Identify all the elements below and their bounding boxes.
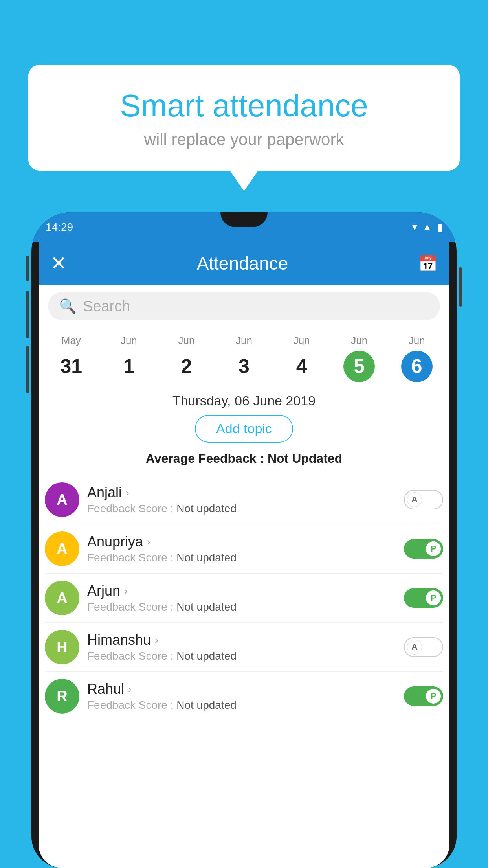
phone-frame: 14:29 ▾ ▲ ▮ ✕ Attendance 📅 🔍 Search May3… (31, 212, 457, 868)
calendar-day[interactable]: Jun3 (215, 335, 273, 382)
chevron-right-icon: › (128, 683, 132, 695)
cal-date-number: 3 (228, 351, 260, 382)
volume-down-button (26, 346, 29, 393)
calendar-day[interactable]: Jun4 (273, 335, 330, 382)
list-item: AAnjali ›Feedback Score : Not updatedA (45, 475, 443, 524)
attendance-toggle[interactable]: P (404, 539, 443, 559)
student-name[interactable]: Arjun › (87, 583, 396, 599)
notch (220, 212, 268, 227)
search-input[interactable]: Search (83, 298, 130, 315)
cal-month-label: Jun (330, 335, 388, 347)
cal-date-number: 6 (401, 351, 433, 382)
cal-month-label: Jun (273, 335, 330, 347)
calendar-day[interactable]: Jun6 (388, 335, 446, 382)
cal-month-label: Jun (100, 335, 158, 347)
attendance-toggle[interactable]: P (404, 588, 443, 608)
student-feedback: Feedback Score : Not updated (87, 601, 396, 613)
battery-icon: ▮ (437, 221, 442, 233)
list-item: AAnupriya ›Feedback Score : Not updatedP (45, 524, 443, 574)
feedback-value: Not updated (176, 650, 237, 662)
search-icon: 🔍 (59, 298, 77, 314)
toggle-off[interactable]: A (404, 490, 443, 509)
avatar: A (45, 531, 79, 566)
cal-month-label: Jun (158, 335, 215, 347)
cal-month-label: Jun (215, 335, 273, 347)
feedback-value: Not updated (176, 601, 237, 613)
toggle-knob: P (426, 541, 441, 556)
search-bar-container: 🔍 Search (39, 285, 449, 327)
app-bar-title: Attendance (67, 253, 418, 274)
toggle-on[interactable]: P (404, 686, 443, 706)
list-item: HHimanshu ›Feedback Score : Not updatedA (45, 623, 443, 672)
toggle-knob: A (407, 492, 422, 507)
status-icons: ▾ ▲ ▮ (412, 221, 442, 233)
avatar: H (45, 630, 79, 664)
status-bar: 14:29 ▾ ▲ ▮ (31, 212, 457, 242)
student-feedback: Feedback Score : Not updated (87, 699, 396, 712)
calendar-day[interactable]: May31 (42, 335, 100, 382)
student-info: Anjali ›Feedback Score : Not updated (87, 484, 396, 515)
student-name[interactable]: Anjali › (87, 484, 396, 501)
calendar-day[interactable]: Jun2 (158, 335, 215, 382)
calendar-row: May31Jun1Jun2Jun3Jun4Jun5Jun6 (39, 327, 449, 382)
signal-icon: ▲ (422, 221, 432, 233)
chevron-right-icon: › (124, 585, 128, 597)
student-info: Arjun ›Feedback Score : Not updated (87, 583, 396, 613)
chevron-right-icon: › (147, 536, 150, 548)
calendar-day[interactable]: Jun1 (100, 335, 158, 382)
avatar: A (45, 581, 79, 615)
chevron-right-icon: › (155, 634, 158, 646)
student-info: Himanshu ›Feedback Score : Not updated (87, 632, 396, 662)
close-button[interactable]: ✕ (50, 252, 67, 275)
search-bar[interactable]: 🔍 Search (48, 292, 440, 320)
toggle-off[interactable]: A (404, 637, 443, 657)
student-name[interactable]: Anupriya › (87, 533, 396, 550)
status-time: 14:29 (46, 221, 73, 234)
average-feedback: Average Feedback : Not Updated (39, 451, 449, 466)
avatar: A (45, 482, 79, 517)
power-button (459, 267, 462, 307)
bubble-subtitle: will replace your paperwork (48, 130, 440, 149)
student-info: Rahul ›Feedback Score : Not updated (87, 681, 396, 712)
cal-date-number: 5 (343, 351, 375, 382)
cal-month-label: May (42, 335, 100, 347)
phone-screen: ✕ Attendance 📅 🔍 Search May31Jun1Jun2Jun… (39, 242, 449, 868)
student-feedback: Feedback Score : Not updated (87, 552, 396, 564)
student-name[interactable]: Rahul › (87, 681, 396, 697)
avatar: R (45, 679, 79, 714)
student-list: AAnjali ›Feedback Score : Not updatedAAA… (39, 475, 449, 721)
attendance-toggle[interactable]: P (404, 686, 443, 706)
toggle-knob: P (426, 590, 441, 605)
student-info: Anupriya ›Feedback Score : Not updated (87, 533, 396, 564)
cal-date-number: 1 (113, 351, 145, 382)
attendance-toggle[interactable]: A (404, 637, 443, 657)
student-name[interactable]: Himanshu › (87, 632, 396, 648)
student-feedback: Feedback Score : Not updated (87, 502, 396, 515)
feedback-value: Not updated (176, 552, 237, 564)
chevron-right-icon: › (126, 487, 129, 499)
cal-date-number: 4 (286, 351, 317, 382)
feedback-value: Not updated (176, 699, 237, 711)
add-topic-button[interactable]: Add topic (195, 415, 293, 443)
calendar-day[interactable]: Jun5 (330, 335, 388, 382)
volume-silent-button (26, 256, 29, 281)
toggle-knob: A (407, 640, 422, 655)
feedback-value: Not updated (176, 502, 237, 515)
avg-feedback-label: Average Feedback : (146, 451, 268, 465)
cal-month-label: Jun (388, 335, 446, 347)
list-item: RRahul ›Feedback Score : Not updatedP (45, 672, 443, 721)
toggle-on[interactable]: P (404, 539, 443, 559)
calendar-icon[interactable]: 📅 (418, 254, 438, 273)
toggle-on[interactable]: P (404, 588, 443, 608)
avg-feedback-value: Not Updated (268, 451, 342, 465)
cal-date-number: 2 (171, 351, 202, 382)
toggle-knob: P (426, 689, 441, 704)
app-bar: ✕ Attendance 📅 (39, 242, 449, 285)
cal-date-number: 31 (55, 351, 87, 382)
attendance-toggle[interactable]: A (404, 490, 443, 509)
bubble-title: Smart attendance (48, 88, 440, 123)
speech-bubble: Smart attendance will replace your paper… (28, 65, 460, 171)
student-feedback: Feedback Score : Not updated (87, 650, 396, 662)
selected-date: Thursday, 06 June 2019 (39, 382, 449, 415)
volume-up-button (26, 291, 29, 338)
